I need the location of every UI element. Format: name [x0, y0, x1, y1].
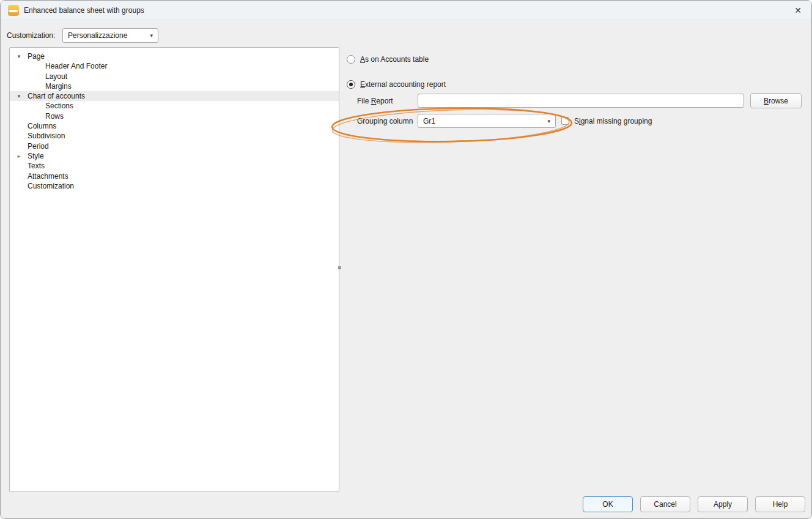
- tree-item-attachments[interactable]: Attachments: [10, 171, 339, 181]
- browse-button[interactable]: Browse: [750, 93, 802, 108]
- signal-missing-grouping-label: Signal missing grouping: [574, 116, 652, 126]
- tree-item-margins[interactable]: Margins: [10, 81, 339, 91]
- panel-splitter-handle[interactable]: [338, 266, 341, 269]
- tree-item-texts[interactable]: Texts: [10, 161, 339, 171]
- tree-item-layout[interactable]: Layout: [10, 72, 339, 81]
- window-title: Enhanced balance sheet with groups: [24, 1, 144, 20]
- grouping-column-dropdown[interactable]: Gr1 ▾: [418, 114, 556, 128]
- collapse-arrow-icon[interactable]: ▸: [15, 151, 23, 161]
- signal-missing-grouping-checkbox[interactable]: [561, 117, 569, 125]
- chevron-down-icon: ▾: [150, 32, 153, 39]
- radio-circle-icon[interactable]: [347, 80, 355, 89]
- grouping-column-label: Grouping column: [357, 116, 413, 126]
- radio-as-on-accounts-label: As on Accounts table: [360, 55, 429, 64]
- tree-item-rows[interactable]: Rows: [10, 111, 339, 121]
- settings-tree: ▾ Page Header And Footer Layout Margins …: [9, 47, 339, 492]
- tree-item-page[interactable]: ▾ Page: [10, 51, 339, 61]
- expand-arrow-icon[interactable]: ▾: [15, 91, 23, 101]
- tree-item-header-and-footer[interactable]: Header And Footer: [10, 61, 339, 71]
- ok-button[interactable]: OK: [583, 496, 633, 512]
- chevron-down-icon: ▾: [547, 118, 550, 124]
- tree-item-style[interactable]: ▸ Style: [10, 151, 339, 161]
- file-report-label: File Report: [357, 96, 393, 106]
- radio-external-report-label: External accounting report: [360, 80, 446, 89]
- tree-item-chart-of-accounts[interactable]: ▾ Chart of accounts: [10, 91, 339, 101]
- apply-button[interactable]: Apply: [698, 496, 748, 512]
- cancel-button[interactable]: Cancel: [640, 496, 690, 512]
- tree-item-subdivision[interactable]: Subdivision: [10, 131, 339, 141]
- customization-dropdown-value: Personalizzazione: [68, 31, 146, 40]
- enhanced-balance-sheet-dialog: Enhanced balance sheet with groups ✕ Cus…: [0, 0, 812, 519]
- radio-circle-icon[interactable]: [347, 55, 355, 64]
- customization-dropdown[interactable]: Personalizzazione ▾: [62, 28, 158, 43]
- grouping-column-value: Gr1: [423, 117, 544, 125]
- banana-app-icon: [8, 5, 19, 16]
- titlebar: Enhanced balance sheet with groups ✕: [1, 1, 811, 20]
- tree-item-period[interactable]: Period: [10, 141, 339, 151]
- help-button[interactable]: Help: [755, 496, 805, 512]
- tree-item-columns[interactable]: Columns: [10, 121, 339, 131]
- close-icon[interactable]: ✕: [789, 2, 806, 18]
- radio-external-accounting-report[interactable]: External accounting report: [347, 80, 446, 89]
- tree-item-customization[interactable]: Customization: [10, 181, 339, 191]
- customization-label: Customization:: [7, 28, 55, 43]
- tree-item-sections[interactable]: Sections: [10, 101, 339, 111]
- file-report-input[interactable]: [418, 94, 744, 108]
- radio-as-on-accounts-table[interactable]: As on Accounts table: [347, 55, 429, 64]
- expand-arrow-icon[interactable]: ▾: [15, 51, 23, 61]
